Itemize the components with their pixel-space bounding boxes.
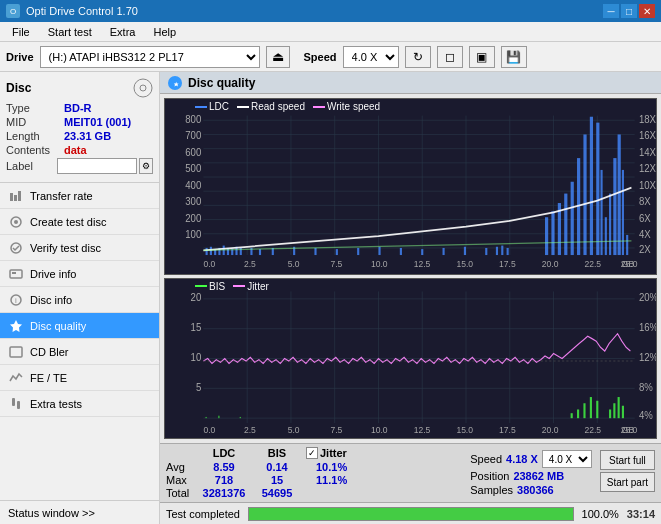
- menu-extra[interactable]: Extra: [102, 24, 144, 40]
- svg-rect-82: [357, 248, 359, 255]
- max-label: Max: [166, 474, 194, 486]
- minimize-button[interactable]: ─: [603, 4, 619, 18]
- svg-rect-107: [626, 235, 628, 255]
- samples-label: Samples: [470, 484, 513, 496]
- disc-mid-row: MID MEIT01 (001): [6, 116, 153, 128]
- sidebar-item-label-create: Create test disc: [30, 216, 106, 228]
- sidebar-item-verify-test-disc[interactable]: Verify test disc: [0, 235, 159, 261]
- svg-rect-68: [210, 247, 212, 255]
- svg-text:7.5: 7.5: [330, 258, 342, 268]
- elapsed-time: 33:14: [627, 508, 655, 520]
- sidebar-item-extra-tests[interactable]: Extra tests: [0, 391, 159, 417]
- max-jitter: 11.1%: [316, 474, 347, 486]
- svg-text:20: 20: [191, 292, 202, 304]
- title-bar: O Opti Drive Control 1.70 ─ □ ✕: [0, 0, 661, 22]
- maximize-button[interactable]: □: [621, 4, 637, 18]
- svg-text:2.5: 2.5: [244, 424, 256, 435]
- menu-help[interactable]: Help: [145, 24, 184, 40]
- legend-jitter-label: Jitter: [247, 281, 269, 292]
- sidebar-item-label-fe-te: FE / TE: [30, 372, 67, 384]
- sidebar-item-label-extra-tests: Extra tests: [30, 398, 82, 410]
- burn-button[interactable]: ▣: [469, 46, 495, 68]
- disc-quality-icon: [8, 318, 24, 334]
- svg-rect-144: [206, 417, 207, 418]
- disc-panel-icon: [133, 78, 153, 98]
- sidebar-item-create-test-disc[interactable]: Create test disc: [0, 209, 159, 235]
- speed-label: Speed: [470, 453, 502, 465]
- total-ldc: 3281376: [196, 487, 252, 499]
- svg-rect-92: [545, 217, 548, 255]
- svg-text:16X: 16X: [639, 130, 656, 142]
- sidebar-nav: Transfer rate Create test disc Verify te…: [0, 183, 159, 417]
- menu-start-test[interactable]: Start test: [40, 24, 100, 40]
- svg-rect-84: [400, 248, 402, 255]
- disc-type-value: BD-R: [64, 102, 92, 114]
- menu-file[interactable]: File: [4, 24, 38, 40]
- svg-rect-13: [10, 347, 22, 357]
- charts-area: LDC Read speed Write speed: [160, 94, 661, 443]
- disc-label-row: Label ⚙: [6, 158, 153, 174]
- sidebar-item-fe-te[interactable]: FE / TE: [0, 365, 159, 391]
- start-full-button[interactable]: Start full: [600, 450, 655, 470]
- lower-chart-svg: 20 15 10 5 20% 16% 12% 8% 4% 0.0 2.5 5.0…: [165, 279, 656, 438]
- sidebar: Disc Type BD-R MID MEIT01 (001) Length 2…: [0, 72, 160, 524]
- sidebar-item-cd-bler[interactable]: CD Bler: [0, 339, 159, 365]
- svg-text:i: i: [15, 296, 17, 305]
- main-layout: Disc Type BD-R MID MEIT01 (001) Length 2…: [0, 72, 661, 524]
- eject-button[interactable]: ⏏: [266, 46, 290, 68]
- sidebar-item-transfer-rate[interactable]: Transfer rate: [0, 183, 159, 209]
- start-part-button[interactable]: Start part: [600, 472, 655, 492]
- extra-tests-icon: [8, 396, 24, 412]
- svg-rect-149: [583, 403, 585, 418]
- sidebar-item-disc-info[interactable]: i Disc info: [0, 287, 159, 313]
- refresh-button[interactable]: ↻: [405, 46, 431, 68]
- svg-rect-101: [600, 170, 602, 255]
- svg-rect-83: [378, 247, 380, 255]
- sidebar-item-disc-quality[interactable]: Disc quality: [0, 313, 159, 339]
- svg-rect-3: [14, 195, 17, 201]
- content-header-icon: [168, 76, 182, 90]
- svg-text:12X: 12X: [639, 163, 656, 175]
- menu-bar: File Start test Extra Help: [0, 22, 661, 42]
- svg-text:GB: GB: [622, 424, 634, 435]
- status-window-button[interactable]: Status window >>: [0, 500, 159, 524]
- stats-table: LDC BIS ✓ Jitter Avg 8.59 0.14 10.1% Max…: [166, 447, 347, 499]
- sidebar-item-drive-info[interactable]: Drive info: [0, 261, 159, 287]
- svg-rect-146: [240, 417, 241, 418]
- jitter-checkbox[interactable]: ✓: [306, 447, 318, 459]
- speed-position-samples: Speed 4.18 X 4.0 X Position 23862 MB Sam…: [470, 450, 592, 496]
- legend-write-speed-label: Write speed: [327, 101, 380, 112]
- transfer-rate-icon: [8, 188, 24, 204]
- upper-chart-svg: 800 700 600 500 400 300 200 100 18X 16X …: [165, 99, 656, 274]
- svg-text:300: 300: [185, 196, 201, 208]
- lower-chart: BIS Jitter: [164, 278, 657, 439]
- svg-rect-154: [618, 397, 620, 418]
- svg-rect-89: [496, 247, 498, 255]
- avg-ldc: 8.59: [196, 461, 252, 473]
- avg-label: Avg: [166, 461, 194, 473]
- svg-rect-87: [464, 247, 466, 255]
- avg-bis: 0.14: [254, 461, 300, 473]
- disc-label-button[interactable]: ⚙: [139, 158, 153, 174]
- disc-length-value: 23.31 GB: [64, 130, 111, 142]
- disc-label-input[interactable]: [57, 158, 137, 174]
- svg-rect-95: [564, 194, 567, 255]
- drive-select[interactable]: (H:) ATAPI iHBS312 2 PL17: [40, 46, 260, 68]
- position-label: Position: [470, 470, 509, 482]
- save-button[interactable]: 💾: [501, 46, 527, 68]
- svg-text:17.5: 17.5: [499, 424, 516, 435]
- sidebar-item-label-disc-quality: Disc quality: [30, 320, 86, 332]
- legend-ldc: LDC: [195, 101, 229, 112]
- close-button[interactable]: ✕: [639, 4, 655, 18]
- sidebar-item-label-drive-info: Drive info: [30, 268, 76, 280]
- legend-jitter: Jitter: [233, 281, 269, 292]
- disc-contents-row: Contents data: [6, 144, 153, 156]
- svg-rect-102: [605, 217, 607, 255]
- speed-select[interactable]: 4.0 X: [343, 46, 399, 68]
- svg-text:5.0: 5.0: [288, 258, 300, 268]
- erase-button[interactable]: ◻: [437, 46, 463, 68]
- speed-select[interactable]: 4.0 X: [542, 450, 592, 468]
- svg-text:800: 800: [185, 113, 201, 125]
- lower-chart-legend: BIS Jitter: [195, 281, 269, 292]
- bis-header: BIS: [254, 447, 300, 459]
